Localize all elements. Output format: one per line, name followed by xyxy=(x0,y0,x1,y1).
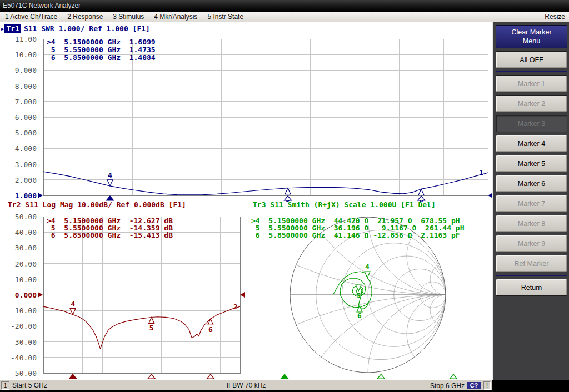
sidebar-divider xyxy=(496,275,567,276)
charts-canvas: 14562456456 xyxy=(0,22,492,380)
tr1-ref-level-arrow-right[interactable] xyxy=(488,193,492,198)
tr2-marker-5[interactable] xyxy=(149,317,154,323)
sidebar-button-marker-2[interactable]: Marker 2 xyxy=(496,95,567,112)
status-right-group: Stop 6 GHz C? ! xyxy=(430,381,491,390)
sidebar-button-marker-5[interactable]: Marker 5 xyxy=(496,155,567,172)
marker-label-4: 4 xyxy=(108,171,112,179)
tr2-ref-level-arrow-right[interactable] xyxy=(240,292,245,298)
softkey-sidebar: Clear Marker Menu All OFFMarker 1Marker … xyxy=(492,22,569,380)
status-bar: 1 Start 5 GHz IFBW 70 kHz Stop 6 GHz C? … xyxy=(0,380,492,390)
softkey-menu-title-line1: Clear Marker xyxy=(511,28,551,37)
tr1-marker-4[interactable] xyxy=(107,180,113,186)
sidebar-button-all-off[interactable]: All OFF xyxy=(496,51,567,68)
tr3-stimulus-marker-6[interactable] xyxy=(450,374,457,379)
softkey-buttons: All OFFMarker 1Marker 2Marker 3Marker 4M… xyxy=(496,48,567,296)
sidebar-button-marker-3[interactable]: Marker 3 xyxy=(496,115,567,132)
sidebar-button-marker-6[interactable]: Marker 6 xyxy=(496,175,567,192)
marker-label-6: 6 xyxy=(357,311,362,320)
marker-label-6: 6 xyxy=(208,325,213,334)
correction-badge: C? xyxy=(467,382,481,389)
menu-item-2[interactable]: 2 Response xyxy=(62,13,108,21)
marker-label-4: 4 xyxy=(365,263,370,271)
marker-label-2: 2 xyxy=(233,303,238,311)
marker-label-1: 1 xyxy=(479,168,483,177)
menu-item-3[interactable]: 3 Stimulus xyxy=(108,13,149,21)
tr1-stimulus-marker-4[interactable] xyxy=(107,196,114,200)
window-title: E5071C Network Analyzer xyxy=(3,2,81,9)
sidebar-button-marker-9[interactable]: Marker 9 xyxy=(496,235,567,252)
menu-item-resize[interactable]: Resize xyxy=(541,13,569,21)
marker-label-4: 4 xyxy=(71,300,75,308)
tr2-stimulus-marker-6[interactable] xyxy=(207,374,214,379)
tr1-marker-5[interactable] xyxy=(285,188,291,194)
ifbw-label: IFBW 70 kHz xyxy=(0,381,492,389)
menu-item-1[interactable]: 1 Active Ch/Trace xyxy=(0,13,62,21)
menu-items: 1 Active Ch/Trace2 Response3 Stimulus4 M… xyxy=(0,13,248,21)
tr1-ref-level-arrow-left[interactable] xyxy=(38,193,43,198)
sidebar-button-marker-1[interactable]: Marker 1 xyxy=(496,75,567,92)
menu-item-5[interactable]: 5 Instr State xyxy=(202,13,248,21)
tr3-stimulus-marker-4[interactable] xyxy=(281,374,288,379)
softkey-menu-title-line2: Menu xyxy=(523,37,540,46)
sidebar-button-marker-7[interactable]: Marker 7 xyxy=(496,195,567,212)
sidebar-button-return[interactable]: Return xyxy=(496,279,567,296)
tr2-stimulus-marker-5[interactable] xyxy=(148,374,155,379)
alert-indicator[interactable]: ! xyxy=(483,381,491,390)
tr2-marker-6[interactable] xyxy=(208,319,213,325)
sidebar-button-ref-marker[interactable]: Ref Marker xyxy=(496,255,567,272)
tr3-stimulus-marker-5[interactable] xyxy=(377,374,385,379)
sidebar-button-marker-4[interactable]: Marker 4 xyxy=(496,135,567,152)
softkey-menu-title: Clear Marker Menu xyxy=(496,25,567,48)
tr2-stimulus-marker-4[interactable] xyxy=(69,374,77,379)
marker-label-5: 5 xyxy=(356,292,361,300)
title-bar: E5071C Network Analyzer xyxy=(0,0,569,12)
tr2-grid xyxy=(43,217,240,373)
sidebar-button-marker-8[interactable]: Marker 8 xyxy=(496,215,567,232)
menu-item-4[interactable]: 4 Mkr/Analysis xyxy=(149,13,202,21)
marker-label-5: 5 xyxy=(149,324,154,332)
sidebar-divider xyxy=(496,71,567,72)
stop-frequency-label: Stop 6 GHz xyxy=(430,382,465,390)
app-window: E5071C Network Analyzer 1 Active Ch/Trac… xyxy=(0,0,569,392)
instrument-display: 14562456456 ▶ Tr1 S11 SWR 1.000/ Ref 1.0… xyxy=(0,22,492,380)
menu-bar: 1 Active Ch/Trace2 Response3 Stimulus4 M… xyxy=(0,12,569,22)
tr2-ref-level-arrow-left[interactable] xyxy=(38,292,43,298)
